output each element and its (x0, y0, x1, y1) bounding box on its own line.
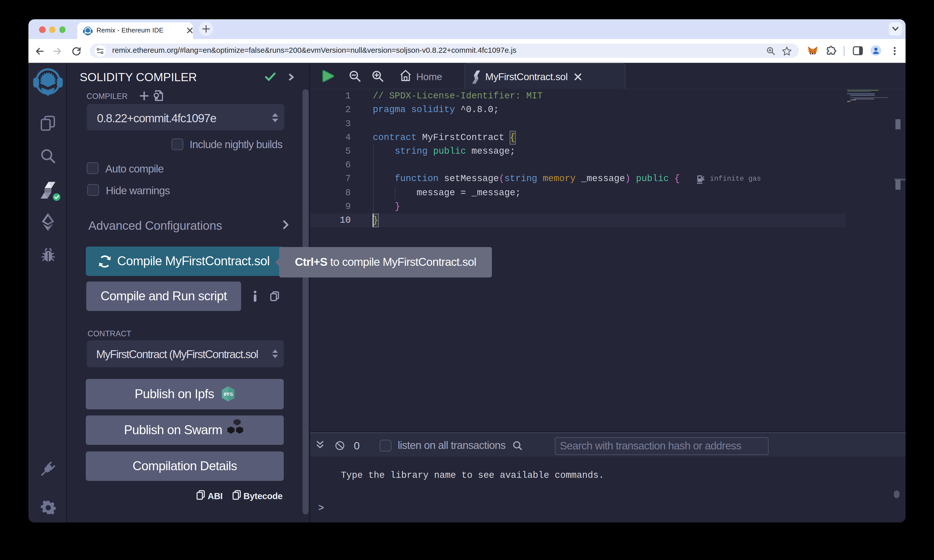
svg-text:IPFS: IPFS (223, 392, 233, 397)
